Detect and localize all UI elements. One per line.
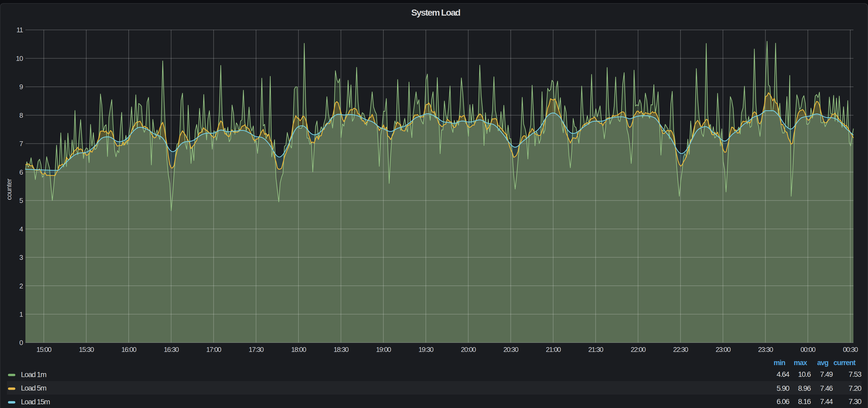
- svg-text:counter: counter: [5, 179, 13, 200]
- svg-text:Load 5m: Load 5m: [21, 384, 46, 392]
- svg-text:18:00: 18:00: [291, 346, 306, 353]
- svg-text:20:00: 20:00: [461, 346, 476, 353]
- svg-text:1: 1: [19, 310, 23, 318]
- svg-text:22:00: 22:00: [631, 346, 646, 353]
- svg-text:16:30: 16:30: [164, 346, 179, 353]
- svg-text:19:30: 19:30: [418, 346, 433, 353]
- svg-text:5.90: 5.90: [777, 384, 789, 393]
- svg-text:7.53: 7.53: [849, 370, 862, 378]
- svg-text:0: 0: [19, 339, 23, 347]
- svg-text:19:00: 19:00: [376, 346, 391, 353]
- svg-text:4: 4: [19, 225, 23, 233]
- svg-text:6.06: 6.06: [777, 398, 789, 406]
- svg-text:00:00: 00:00: [801, 346, 815, 353]
- svg-text:8: 8: [19, 111, 23, 119]
- svg-text:10.6: 10.6: [798, 370, 811, 378]
- svg-text:8.16: 8.16: [798, 398, 811, 406]
- svg-text:avg: avg: [817, 359, 828, 367]
- svg-text:22:30: 22:30: [673, 346, 688, 353]
- svg-text:3: 3: [19, 253, 23, 262]
- svg-text:17:30: 17:30: [249, 346, 264, 353]
- svg-text:Load 15m: Load 15m: [21, 398, 50, 406]
- svg-text:11: 11: [17, 26, 23, 34]
- svg-text:17:00: 17:00: [206, 346, 221, 353]
- svg-text:min: min: [773, 359, 785, 367]
- svg-text:23:00: 23:00: [715, 346, 731, 353]
- svg-text:7: 7: [19, 140, 23, 148]
- svg-text:21:30: 21:30: [588, 346, 603, 353]
- svg-text:max: max: [794, 359, 807, 367]
- svg-text:23:30: 23:30: [758, 346, 773, 353]
- svg-text:20:30: 20:30: [503, 346, 519, 353]
- svg-text:6: 6: [19, 168, 23, 176]
- svg-text:Load 1m: Load 1m: [21, 370, 46, 379]
- svg-text:8.96: 8.96: [798, 384, 811, 393]
- svg-text:15:30: 15:30: [79, 346, 94, 353]
- svg-text:9: 9: [19, 83, 23, 91]
- svg-text:System Load: System Load: [411, 7, 460, 18]
- svg-text:2: 2: [19, 282, 23, 290]
- svg-text:18:30: 18:30: [334, 346, 349, 353]
- svg-text:10: 10: [16, 55, 23, 62]
- svg-text:16:00: 16:00: [121, 346, 136, 353]
- svg-text:7.49: 7.49: [820, 370, 833, 378]
- svg-text:7.20: 7.20: [849, 384, 862, 393]
- svg-text:4.64: 4.64: [777, 370, 789, 378]
- svg-text:current: current: [833, 359, 856, 367]
- svg-text:7.46: 7.46: [820, 384, 833, 393]
- svg-text:5: 5: [19, 197, 23, 205]
- svg-text:00:30: 00:30: [843, 346, 858, 353]
- svg-text:7.44: 7.44: [820, 398, 833, 406]
- svg-text:15:00: 15:00: [36, 346, 52, 353]
- svg-text:21:00: 21:00: [546, 346, 561, 353]
- svg-text:7.30: 7.30: [849, 398, 862, 406]
